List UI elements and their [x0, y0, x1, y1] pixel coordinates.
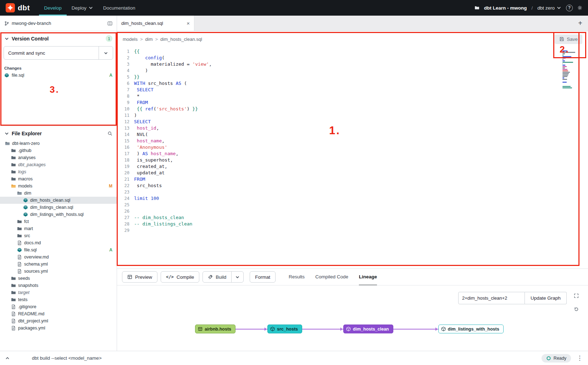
code-line[interactable]: WITH src_hosts AS (	[134, 80, 588, 87]
new-tab-icon[interactable]: +	[572, 19, 588, 27]
code-editor[interactable]: 1234567891011121314151617181920212223242…	[117, 47, 588, 268]
code-line[interactable]: host_id,	[134, 125, 588, 131]
code-line[interactable]	[134, 208, 588, 214]
file-explorer-item-target[interactable]: target	[0, 289, 117, 296]
breadcrumb-file[interactable]: dim_hosts_clean.sql	[160, 37, 202, 42]
code-line[interactable]: }}	[134, 74, 588, 80]
file-explorer-item-.github[interactable]: .github	[0, 147, 117, 154]
code-line[interactable]: )	[134, 67, 588, 74]
nav-deploy[interactable]: Deploy	[67, 0, 98, 16]
help-icon[interactable]: ?	[566, 5, 573, 11]
code-content[interactable]: {{ config( materialized = 'view', )}}WIT…	[134, 48, 588, 268]
file-explorer-item-README.md[interactable]: README.md	[0, 310, 117, 317]
fullscreen-icon[interactable]	[574, 293, 579, 298]
file-explorer-item-tests[interactable]: tests	[0, 296, 117, 303]
file-explorer-item-sources.yml[interactable]: sources.yml	[0, 268, 117, 275]
save-button[interactable]: Save	[555, 34, 582, 44]
commit-and-sync-button[interactable]: Commit and sync	[4, 46, 113, 60]
file-explorer-item-models[interactable]: modelsM	[0, 182, 117, 190]
file-explorer-item-macros[interactable]: macros	[0, 175, 117, 182]
code-line[interactable]: FROM	[134, 99, 588, 106]
file-explorer-header[interactable]: File Explorer	[0, 126, 117, 138]
code-line[interactable]: host_name,	[134, 138, 588, 144]
file-explorer-item-dim_hosts_clean.sql[interactable]: dim_hosts_clean.sql	[0, 197, 117, 204]
file-explorer-item-overview.md[interactable]: overview.md	[0, 254, 117, 261]
changed-file-row[interactable]: file.sql A	[0, 72, 117, 79]
command-input[interactable]: dbt build --select <model_name>	[32, 355, 102, 361]
code-line[interactable]: SELECT	[134, 87, 588, 93]
lineage-node-dim_listings_with_hosts[interactable]: dim_listings_with_hosts	[438, 325, 504, 333]
code-line[interactable]: )	[134, 112, 588, 119]
close-tab-icon[interactable]: ×	[187, 20, 190, 26]
code-line[interactable]: materialized = 'view',	[134, 61, 588, 67]
file-explorer-item-.gitignore[interactable]: .gitignore	[0, 303, 117, 310]
code-line[interactable]: ) AS host_name,	[134, 151, 588, 157]
file-explorer-item-docs.md[interactable]: docs.md	[0, 239, 117, 246]
file-explorer-item-dbt_project.yml[interactable]: dbt_project.yml	[0, 317, 117, 325]
code-line[interactable]: -- dim_hosts_clean	[134, 214, 588, 221]
chevron-up-icon[interactable]	[5, 356, 10, 361]
file-explorer-item-schema.yml[interactable]: schema.yml	[0, 261, 117, 268]
file-explorer-item-logs[interactable]: logs	[0, 168, 117, 175]
project-selector[interactable]: dbt zero	[537, 5, 561, 11]
code-line[interactable]	[134, 189, 588, 195]
preview-button[interactable]: Preview	[122, 271, 157, 283]
tab-compiled-code[interactable]: Compiled Code	[315, 269, 348, 285]
update-graph-button[interactable]: Update Graph	[525, 292, 567, 304]
code-line[interactable]	[134, 227, 588, 234]
file-explorer-item-fct[interactable]: fct	[0, 218, 117, 225]
file-explorer-item-packages.yml[interactable]: packages.yml	[0, 325, 117, 332]
file-explorer-item-src[interactable]: src	[0, 232, 117, 239]
tab-results[interactable]: Results	[289, 269, 305, 285]
file-explorer-item-dbt-learn-zero[interactable]: dbt-learn-zero	[0, 140, 117, 147]
code-line[interactable]: {{ ref('src_hosts') }}	[134, 106, 588, 112]
tab-dim-hosts-clean[interactable]: dim_hosts_clean.sql ×	[117, 16, 194, 31]
reset-view-icon[interactable]	[574, 307, 579, 312]
code-line[interactable]: is_superhost,	[134, 157, 588, 163]
lineage-node-dim_hosts_clean[interactable]: dim_hosts_clean	[343, 325, 393, 333]
minimap[interactable]	[562, 49, 580, 90]
code-line[interactable]: limit 100	[134, 195, 588, 202]
code-line[interactable]: 'Anonymous'	[134, 144, 588, 151]
file-explorer-item-dim[interactable]: dim	[0, 190, 117, 197]
file-explorer-item-snapshots[interactable]: snapshots	[0, 282, 117, 289]
build-options-caret[interactable]	[231, 272, 243, 282]
file-explorer-item-seeds[interactable]: seeds	[0, 275, 117, 282]
file-explorer-item-dim_listings_with_hosts.sql[interactable]: dim_listings_with_hosts.sql	[0, 211, 117, 218]
code-line[interactable]: NVL(	[134, 131, 588, 138]
code-line[interactable]: *	[134, 93, 588, 99]
kebab-menu-icon[interactable]: ⋮	[577, 354, 583, 362]
split-editor-icon[interactable]	[107, 21, 112, 26]
compile-button[interactable]: </> Compile	[161, 271, 199, 283]
file-explorer-item-analyses[interactable]: analyses	[0, 154, 117, 161]
nav-develop[interactable]: Develop	[39, 0, 67, 16]
version-control-header[interactable]: Version Control 1	[0, 31, 117, 45]
lineage-selector-input[interactable]: 2+dim_hosts_clean+2	[458, 292, 525, 304]
code-line[interactable]: created_at,	[134, 163, 588, 170]
lineage-node-airbnb.hosts[interactable]: airbnb.hosts	[195, 325, 235, 333]
commit-options-caret[interactable]	[99, 47, 113, 59]
branch-name[interactable]: mwong-dev-branch	[12, 21, 51, 26]
code-line[interactable]: config(	[134, 55, 588, 61]
code-line[interactable]: src_hosts	[134, 182, 588, 189]
file-explorer-item-dbt_packages[interactable]: dbt_packages	[0, 161, 117, 168]
code-line[interactable]	[134, 202, 588, 208]
dbt-logo[interactable]: dbt	[6, 3, 30, 12]
code-line[interactable]: FROM	[134, 176, 588, 182]
breadcrumb-dim[interactable]: dim	[145, 37, 153, 42]
account-name[interactable]: dbt Learn - mwong	[484, 5, 527, 11]
build-button[interactable]: Build	[203, 272, 231, 282]
file-explorer-item-mart[interactable]: mart	[0, 225, 117, 232]
tab-lineage[interactable]: Lineage	[359, 269, 377, 285]
file-explorer-item-file.sql[interactable]: file.sqlA	[0, 246, 117, 254]
code-line[interactable]: {{	[134, 48, 588, 55]
code-line[interactable]: updated_at	[134, 170, 588, 176]
breadcrumb-models[interactable]: models	[123, 37, 138, 42]
nav-documentation[interactable]: Documentation	[98, 0, 140, 16]
lineage-node-src_hosts[interactable]: src_hosts	[267, 325, 302, 333]
code-line[interactable]: SELECT	[134, 119, 588, 125]
file-explorer-item-dim_listings_clean.sql[interactable]: dim_listings_clean.sql	[0, 204, 117, 211]
format-button[interactable]: Format	[250, 271, 276, 283]
gear-icon[interactable]	[577, 5, 582, 10]
code-line[interactable]: -- dim_listings_clean	[134, 221, 588, 227]
